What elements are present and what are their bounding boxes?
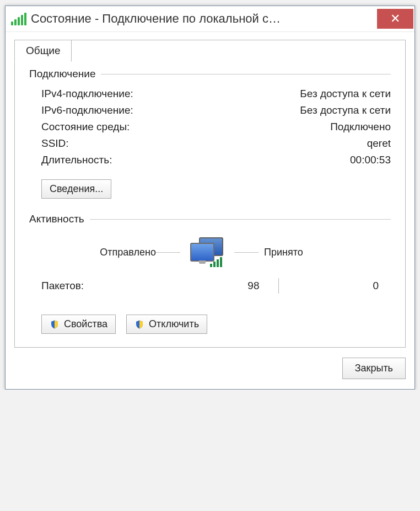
packets-received: 0 — [282, 280, 379, 292]
packets-sent: 98 — [163, 280, 275, 292]
group-activity: Активность Отправлено — [29, 213, 391, 334]
row-duration: Длительность: 00:00:53 — [29, 152, 391, 168]
activity-body: Отправлено Прин — [29, 231, 391, 334]
signal-icon — [11, 13, 26, 25]
window-title: Состояние - Подключение по локальной с… — [31, 12, 377, 26]
label-ssid: SSID: — [41, 137, 69, 150]
value-ipv6: Без доступа к сети — [300, 104, 391, 116]
titlebar: Состояние - Подключение по локальной с… … — [6, 6, 414, 32]
details-button[interactable]: Сведения... — [41, 179, 111, 199]
group-title: Активность — [29, 213, 84, 225]
client-area: Общие Подключение IPv4-подключение: Без … — [6, 32, 414, 389]
value-ipv4: Без доступа к сети — [300, 88, 391, 100]
label-ipv6: IPv6-подключение: — [41, 104, 133, 116]
group-title: Подключение — [29, 68, 95, 80]
button-label: Свойства — [64, 318, 107, 330]
group-header-activity: Активность — [29, 213, 391, 225]
packets-row: Пакетов: 98 0 — [29, 269, 391, 296]
activity-diagram: Отправлено Прин — [29, 235, 391, 269]
value-duration: 00:00:53 — [350, 154, 391, 166]
details-row: Сведения... — [29, 168, 391, 204]
row-ssid: SSID: qeret — [29, 135, 391, 152]
row-media-state: Состояние среды: Подключено — [29, 119, 391, 135]
dash-right — [234, 252, 259, 253]
close-icon: ✕ — [390, 12, 400, 26]
packets-separator — [278, 278, 279, 294]
button-label: Сведения... — [50, 183, 103, 195]
sent-label: Отправлено — [41, 247, 156, 258]
button-label: Отключить — [149, 318, 199, 330]
dash-left — [156, 252, 180, 253]
label-duration: Длительность: — [41, 154, 112, 166]
close-button[interactable]: ✕ — [377, 9, 413, 29]
packets-label: Пакетов: — [41, 280, 163, 292]
divider — [101, 74, 391, 74]
value-media: Подключено — [330, 121, 391, 133]
dialog-footer: Закрыть — [14, 358, 406, 379]
row-ipv6: IPv6-подключение: Без доступа к сети — [29, 102, 391, 119]
tab-general[interactable]: Общие — [14, 40, 72, 62]
group-header-connection: Подключение — [29, 68, 391, 80]
signal-bars-icon — [210, 257, 222, 267]
recv-label: Принято — [259, 247, 379, 258]
properties-button[interactable]: Свойства — [41, 315, 116, 334]
tab-label: Общие — [26, 45, 60, 56]
row-ipv4: IPv4-подключение: Без доступа к сети — [29, 86, 391, 102]
shield-icon — [134, 320, 144, 329]
network-monitors-icon — [188, 237, 227, 267]
activity-actions: Свойства Отключить — [29, 296, 391, 334]
activity-center — [156, 237, 259, 267]
group-connection: Подключение IPv4-подключение: Без доступ… — [29, 68, 391, 204]
shield-icon — [50, 320, 60, 329]
value-ssid: qeret — [367, 137, 391, 150]
status-window: Состояние - Подключение по локальной с… … — [5, 6, 415, 390]
tab-pane: Общие Подключение IPv4-подключение: Без … — [14, 40, 406, 348]
label-media: Состояние среды: — [41, 121, 130, 133]
label-ipv4: IPv4-подключение: — [41, 88, 133, 100]
divider — [90, 219, 391, 220]
button-label: Закрыть — [355, 363, 393, 374]
disable-button[interactable]: Отключить — [126, 315, 207, 334]
close-dialog-button[interactable]: Закрыть — [342, 358, 406, 379]
